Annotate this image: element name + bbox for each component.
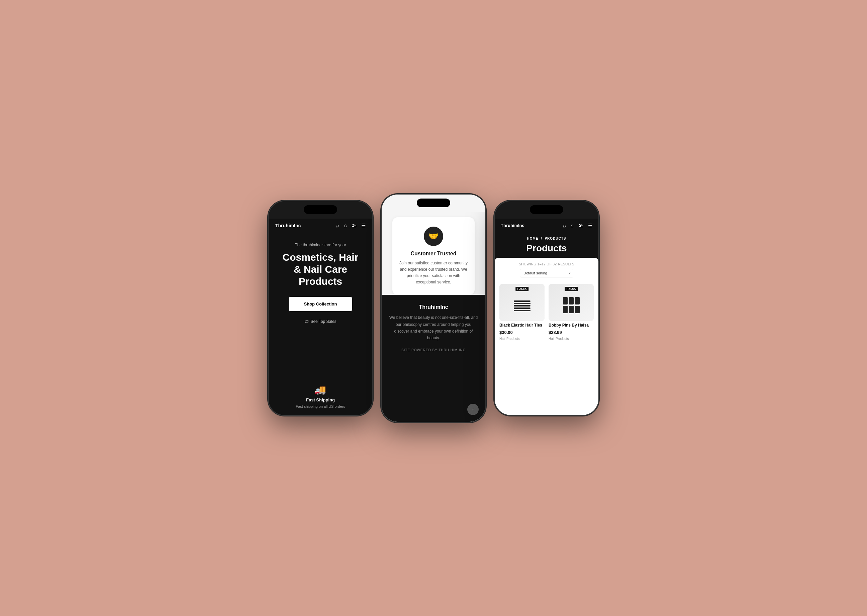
nav-brand-1: ThruhimInc — [275, 223, 336, 228]
phone-3: ThruhimInc ⌕ ⌂ 🛍 ☰ HOME / PRODUCTS Produ… — [495, 201, 598, 415]
products-meta: SHOWING 1–12 OF 32 RESULTS Default sorti… — [495, 258, 598, 280]
shipping-truck-icon: 🚚 — [314, 384, 326, 395]
home-icon-3[interactable]: ⌂ — [571, 223, 574, 228]
phone3-screen: ThruhimInc ⌕ ⌂ 🛍 ☰ HOME / PRODUCTS Produ… — [495, 218, 598, 415]
product-card-bobby[interactable]: HALSA Bobby — [549, 284, 594, 341]
dynamic-island-1 — [304, 205, 337, 214]
product-image-elastic: HALSA — [500, 284, 545, 321]
search-icon-3[interactable]: ⌕ — [563, 223, 566, 228]
halsa-badge-2: HALSA — [564, 287, 578, 291]
trust-description: Join our satisfied customer community an… — [399, 260, 468, 286]
phone2-top-bar — [381, 195, 486, 212]
products-header: HOME / PRODUCTS Products — [495, 233, 598, 258]
dynamic-island-2 — [417, 198, 450, 207]
phone1-navbar: ThruhimInc ⌕ ⌂ 🛍 ☰ — [269, 218, 372, 233]
phones-container: ThruhimInc ⌕ ⌂ 🛍 ☰ The thruhiminc store … — [269, 195, 598, 422]
shipping-subtitle: Fast shipping on all US orders — [296, 404, 345, 409]
hero-title: Cosmetics, Hair & Nail Care Products — [278, 251, 363, 288]
top-sales-link[interactable]: 🏷 See Top Sales — [304, 319, 336, 324]
breadcrumb-separator: / — [541, 237, 542, 240]
phone2-dark-section: ThruhimInc We believe that beauty is not… — [381, 295, 486, 421]
sort-wrapper: Default sorting Price: Low to High Price… — [520, 269, 573, 277]
phone-2: 🤝 Customer Trusted Join our satisfied cu… — [381, 195, 486, 422]
product-card-elastic[interactable]: HALSA Black Elastic Hair Ties — [500, 284, 545, 341]
breadcrumb-home[interactable]: HOME — [527, 237, 538, 240]
shipping-title: Fast Shipping — [306, 398, 335, 402]
bobby-pins-visual — [558, 292, 585, 313]
breadcrumb: HOME / PRODUCTS — [501, 237, 592, 240]
phone1-hero: The thruhiminc store for your Cosmetics,… — [269, 233, 372, 415]
nav-icons-3: ⌕ ⌂ 🛍 ☰ — [563, 223, 593, 229]
shop-collection-button[interactable]: Shop Collection — [288, 297, 352, 311]
search-icon[interactable]: ⌕ — [336, 223, 339, 228]
cart-icon-3[interactable]: 🛍 — [579, 223, 583, 228]
products-grid: HALSA Black Elastic Hair Ties — [495, 280, 598, 345]
phone2-screen: 🤝 Customer Trusted Join our satisfied cu… — [381, 212, 486, 422]
phone3-top-bar — [495, 201, 598, 218]
product-image-bobby: HALSA — [549, 284, 594, 321]
product-name-elastic: Black Elastic Hair Ties — [500, 323, 545, 328]
products-content: SHOWING 1–12 OF 32 RESULTS Default sorti… — [495, 258, 598, 415]
elastic-visual — [514, 300, 531, 311]
trust-icon: 🤝 — [424, 226, 443, 246]
products-page-title: Products — [501, 243, 592, 254]
nav-icons-1: ⌕ ⌂ 🛍 ☰ — [336, 223, 366, 229]
breadcrumb-current: PRODUCTS — [545, 237, 566, 240]
product-price-elastic: $30.00 — [500, 330, 545, 335]
phone3-navbar: ThruhimInc ⌕ ⌂ 🛍 ☰ — [495, 218, 598, 233]
hero-subtitle: The thruhiminc store for your — [295, 243, 346, 247]
brand-description: We believe that beauty is not one-size-f… — [388, 314, 479, 342]
scroll-to-top-button[interactable]: ↑ — [467, 404, 479, 415]
brand-name: ThruhimInc — [419, 304, 448, 310]
site-powered-label: SITE POWERED BY THRU HIM INC — [401, 348, 466, 352]
menu-icon-3[interactable]: ☰ — [588, 223, 593, 229]
dynamic-island-3 — [530, 205, 563, 214]
cart-icon[interactable]: 🛍 — [352, 223, 356, 228]
menu-icon[interactable]: ☰ — [361, 223, 366, 229]
sort-select[interactable]: Default sorting Price: Low to High Price… — [520, 269, 573, 277]
tag-icon: 🏷 — [304, 319, 308, 324]
product-category-elastic: Hair Products — [500, 337, 545, 341]
trust-title: Customer Trusted — [411, 251, 457, 257]
showing-results: SHOWING 1–12 OF 32 RESULTS — [500, 262, 593, 266]
top-sales-label: See Top Sales — [311, 319, 336, 324]
handshake-icon: 🤝 — [429, 232, 438, 241]
product-price-bobby: $28.99 — [549, 330, 594, 335]
phone1-top-bar — [269, 201, 372, 218]
trust-card: 🤝 Customer Trusted Join our satisfied cu… — [393, 217, 474, 295]
home-icon[interactable]: ⌂ — [344, 223, 347, 228]
phone-1: ThruhimInc ⌕ ⌂ 🛍 ☰ The thruhiminc store … — [269, 201, 372, 415]
nav-brand-3: ThruhimInc — [501, 223, 563, 228]
halsa-badge-1: HALSA — [515, 287, 529, 291]
phone1-screen: ThruhimInc ⌕ ⌂ 🛍 ☰ The thruhiminc store … — [269, 218, 372, 415]
product-category-bobby: Hair Products — [549, 337, 594, 341]
shipping-section: 🚚 Fast Shipping Fast shipping on all US … — [296, 384, 345, 409]
product-name-bobby: Bobby Pins By Halsa — [549, 323, 594, 328]
